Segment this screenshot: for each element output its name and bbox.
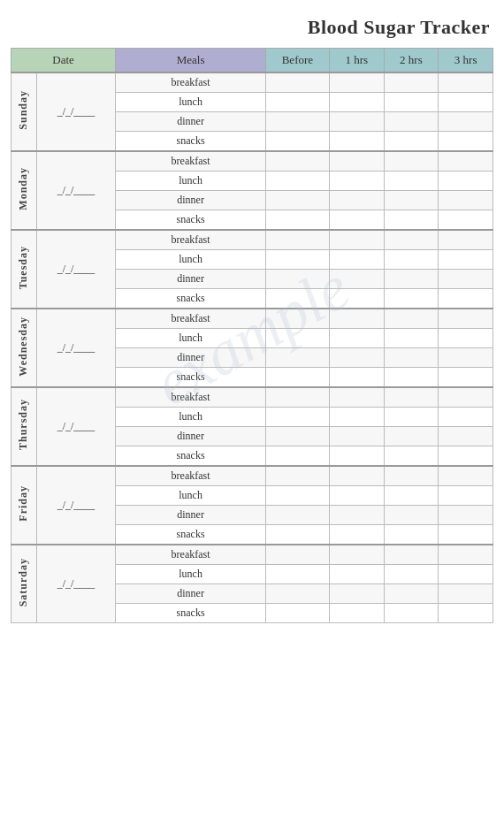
data-cell-before[interactable] (265, 93, 329, 112)
data-cell-2hr[interactable] (384, 584, 439, 604)
data-cell-before[interactable] (265, 112, 329, 132)
data-cell-1hr[interactable] (329, 368, 384, 388)
data-cell-1hr[interactable] (329, 93, 384, 112)
data-cell-3hr[interactable] (439, 427, 493, 446)
data-cell-3hr[interactable] (439, 368, 493, 388)
data-cell-before[interactable] (265, 151, 329, 172)
data-cell-before[interactable] (265, 466, 329, 486)
data-cell-before[interactable] (265, 210, 329, 231)
data-cell-1hr[interactable] (329, 427, 384, 446)
data-cell-3hr[interactable] (439, 172, 493, 191)
data-cell-2hr[interactable] (384, 408, 439, 427)
data-cell-before[interactable] (265, 368, 329, 388)
data-cell-2hr[interactable] (384, 172, 439, 191)
data-cell-2hr[interactable] (384, 151, 439, 172)
data-cell-1hr[interactable] (329, 210, 384, 231)
data-cell-2hr[interactable] (384, 270, 439, 289)
data-cell-1hr[interactable] (329, 172, 384, 191)
data-cell-before[interactable] (265, 72, 329, 93)
data-cell-3hr[interactable] (439, 93, 493, 112)
data-cell-2hr[interactable] (384, 466, 439, 486)
date-cell-sunday[interactable]: _/_/____ (36, 72, 115, 151)
data-cell-2hr[interactable] (384, 427, 439, 446)
data-cell-1hr[interactable] (329, 446, 384, 467)
data-cell-1hr[interactable] (329, 408, 384, 427)
data-cell-1hr[interactable] (329, 289, 384, 309)
data-cell-2hr[interactable] (384, 230, 439, 250)
data-cell-2hr[interactable] (384, 191, 439, 210)
data-cell-before[interactable] (265, 584, 329, 604)
data-cell-1hr[interactable] (329, 112, 384, 132)
data-cell-before[interactable] (265, 565, 329, 584)
data-cell-3hr[interactable] (439, 151, 493, 172)
data-cell-3hr[interactable] (439, 191, 493, 210)
data-cell-before[interactable] (265, 191, 329, 210)
data-cell-before[interactable] (265, 545, 329, 565)
data-cell-2hr[interactable] (384, 93, 439, 112)
data-cell-2hr[interactable] (384, 112, 439, 132)
date-cell-tuesday[interactable]: _/_/____ (36, 230, 115, 309)
data-cell-2hr[interactable] (384, 348, 439, 368)
data-cell-3hr[interactable] (439, 210, 493, 231)
date-cell-wednesday[interactable]: _/_/____ (36, 309, 115, 387)
data-cell-2hr[interactable] (384, 486, 439, 506)
data-cell-3hr[interactable] (439, 506, 493, 525)
data-cell-3hr[interactable] (439, 270, 493, 289)
data-cell-3hr[interactable] (439, 408, 493, 427)
data-cell-before[interactable] (265, 172, 329, 191)
data-cell-3hr[interactable] (439, 112, 493, 132)
data-cell-3hr[interactable] (439, 466, 493, 486)
date-cell-friday[interactable]: _/_/____ (36, 466, 115, 545)
data-cell-before[interactable] (265, 506, 329, 525)
data-cell-3hr[interactable] (439, 584, 493, 604)
data-cell-before[interactable] (265, 486, 329, 506)
data-cell-3hr[interactable] (439, 348, 493, 368)
data-cell-3hr[interactable] (439, 309, 493, 329)
data-cell-1hr[interactable] (329, 604, 384, 623)
date-cell-saturday[interactable]: _/_/____ (36, 545, 115, 623)
date-cell-thursday[interactable]: _/_/____ (36, 387, 115, 466)
data-cell-1hr[interactable] (329, 466, 384, 486)
data-cell-2hr[interactable] (384, 604, 439, 623)
data-cell-1hr[interactable] (329, 270, 384, 289)
data-cell-before[interactable] (265, 348, 329, 368)
data-cell-2hr[interactable] (384, 565, 439, 584)
data-cell-2hr[interactable] (384, 506, 439, 525)
data-cell-3hr[interactable] (439, 387, 493, 408)
data-cell-1hr[interactable] (329, 329, 384, 348)
data-cell-1hr[interactable] (329, 525, 384, 545)
data-cell-3hr[interactable] (439, 132, 493, 152)
data-cell-1hr[interactable] (329, 250, 384, 270)
data-cell-3hr[interactable] (439, 565, 493, 584)
data-cell-2hr[interactable] (384, 210, 439, 231)
data-cell-before[interactable] (265, 230, 329, 250)
data-cell-before[interactable] (265, 270, 329, 289)
date-cell-monday[interactable]: _/_/____ (36, 151, 115, 230)
data-cell-1hr[interactable] (329, 545, 384, 565)
data-cell-2hr[interactable] (384, 368, 439, 388)
data-cell-3hr[interactable] (439, 545, 493, 565)
data-cell-1hr[interactable] (329, 191, 384, 210)
data-cell-3hr[interactable] (439, 230, 493, 250)
data-cell-1hr[interactable] (329, 151, 384, 172)
data-cell-before[interactable] (265, 132, 329, 152)
data-cell-1hr[interactable] (329, 387, 384, 408)
data-cell-1hr[interactable] (329, 132, 384, 152)
data-cell-before[interactable] (265, 525, 329, 545)
data-cell-2hr[interactable] (384, 132, 439, 152)
data-cell-before[interactable] (265, 289, 329, 309)
data-cell-1hr[interactable] (329, 584, 384, 604)
data-cell-before[interactable] (265, 604, 329, 623)
data-cell-1hr[interactable] (329, 506, 384, 525)
data-cell-1hr[interactable] (329, 565, 384, 584)
data-cell-1hr[interactable] (329, 309, 384, 329)
data-cell-before[interactable] (265, 329, 329, 348)
data-cell-before[interactable] (265, 387, 329, 408)
data-cell-2hr[interactable] (384, 289, 439, 309)
data-cell-3hr[interactable] (439, 446, 493, 467)
data-cell-3hr[interactable] (439, 72, 493, 93)
data-cell-2hr[interactable] (384, 387, 439, 408)
data-cell-2hr[interactable] (384, 309, 439, 329)
data-cell-1hr[interactable] (329, 72, 384, 93)
data-cell-2hr[interactable] (384, 72, 439, 93)
